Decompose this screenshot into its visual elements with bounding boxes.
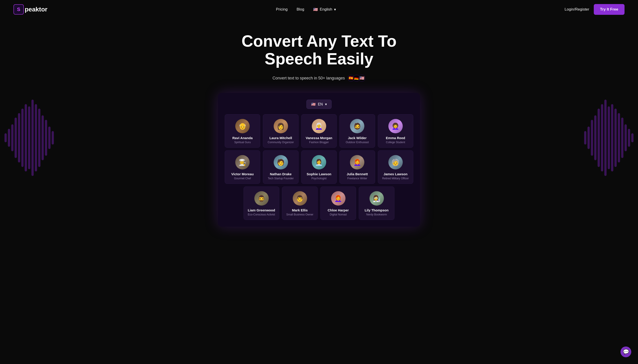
voice-role-nathan: Tech Startup Founder [266, 177, 296, 180]
voice-name-julia: Julia Bennett [342, 172, 372, 176]
logo-text: peaktor [25, 6, 47, 13]
voice-grid-row1: 👴 Ravi Ananda Spiritual Guru 👩 Laura Mit… [225, 114, 413, 148]
voice-avatar-liam: 🧔‍♂️ [254, 191, 269, 206]
voice-avatar-emma: 👩‍🦱 [388, 119, 403, 133]
voice-role-vanessa: Fashion Blogger [304, 141, 334, 144]
voice-avatar-mark: 👨 [293, 191, 307, 206]
voice-avatar-nathan: 🧑 [274, 155, 288, 170]
voice-avatar-vanessa: 👩‍🦳 [312, 119, 326, 133]
nav-blog[interactable]: Blog [296, 7, 304, 12]
voice-card-liam[interactable]: 🧔‍♂️ Liam Greenwood Eco-Conscious Activi… [244, 186, 279, 220]
language-label: English [320, 7, 332, 12]
voice-card-chloe[interactable]: 👩‍🦰 Chloe Harper Digital Nomad [320, 186, 356, 220]
voice-name-mark: Mark Ellis [285, 208, 315, 212]
voice-role-sophie: Psychologist [304, 177, 334, 180]
hero-headline: Convert Any Text To Speech Easily [218, 32, 420, 68]
voice-card-vanessa[interactable]: 👩‍🦳 Vanessa Morgan Fashion Blogger [301, 114, 337, 148]
voice-avatar-victor: 👨‍🍳 [235, 155, 250, 170]
voice-avatar-lily: 👩‍🔬 [370, 191, 384, 206]
voice-name-vanessa: Vanessa Morgan [304, 136, 334, 140]
voice-card-laura[interactable]: 👩 Laura Mitchell Community Organizer [263, 114, 298, 148]
lang-chevron-icon: ▾ [325, 102, 327, 106]
voice-role-jack: Outdoor Enthusiast [342, 141, 372, 144]
logo[interactable]: S peaktor [14, 4, 47, 14]
voice-card-lily[interactable]: 👩‍🔬 Lily Thompson Nerdy Bookworm [359, 186, 394, 220]
voice-role-emma: College Student [381, 141, 410, 144]
voice-avatar-laura: 👩 [274, 119, 288, 133]
chat-bubble[interactable]: 💬 [620, 346, 631, 357]
chat-icon: 💬 [623, 349, 629, 355]
voice-name-lily: Lily Thompson [362, 208, 392, 212]
nav-pricing[interactable]: Pricing [276, 7, 288, 12]
voice-role-liam: Eco-Conscious Activist [246, 213, 276, 216]
voice-role-mark: Small Business Owner [285, 213, 315, 216]
voice-role-james: Retired Military Officer [381, 177, 410, 180]
app-window: 🇺🇸 EN ▾ 👴 Ravi Ananda Spiritual Guru 👩 L… [218, 93, 420, 227]
voice-name-ravi: Ravi Ananda [228, 136, 257, 140]
voice-role-chloe: Digital Nomad [323, 213, 353, 216]
flags-stack: 🇪🇸 🇩🇪 🇺🇸 [348, 74, 366, 82]
voice-card-emma[interactable]: 👩‍🦱 Emma Reed College Student [378, 114, 413, 148]
voice-card-sophie[interactable]: 👩‍💼 Sophie Lawson Psychologist [301, 150, 337, 184]
hero-subtitle: Convert text to speech in 50+ languages … [4, 74, 634, 82]
nav-links: Pricing Blog 🇺🇸 English ▾ [276, 7, 336, 12]
lang-flag-icon: 🇺🇸 [311, 102, 316, 106]
login-register-link[interactable]: Login/Register [564, 7, 589, 12]
waveform-container: 🇺🇸 EN ▾ 👴 Ravi Ananda Spiritual Guru 👩 L… [4, 93, 634, 240]
lang-code: EN [318, 102, 323, 106]
voice-name-james: James Lawson [381, 172, 410, 176]
voice-role-laura: Community Organizer [266, 141, 296, 144]
voice-name-chloe: Chloe Harper [323, 208, 353, 212]
logo-icon: S [14, 4, 24, 14]
voice-card-mark[interactable]: 👨 Mark Ellis Small Business Owner [282, 186, 318, 220]
chevron-down-icon: ▾ [334, 7, 336, 12]
voice-card-victor[interactable]: 👨‍🍳 Victor Moreau Gourmet Chef [225, 150, 260, 184]
language-selector: 🇺🇸 EN ▾ [225, 100, 413, 109]
voice-card-julia[interactable]: 👩‍🦰 Julia Bennett Freelance Writer [340, 150, 375, 184]
flag-icon: 🇺🇸 [313, 7, 318, 12]
lang-dropdown[interactable]: 🇺🇸 EN ▾ [306, 100, 332, 109]
voice-card-nathan[interactable]: 🧑 Nathan Drake Tech Startup Founder [263, 150, 298, 184]
voice-role-julia: Freelance Writer [342, 177, 372, 180]
voice-name-jack: Jack Wilder [342, 136, 372, 140]
navbar: S peaktor Pricing Blog 🇺🇸 English ▾ Logi… [0, 0, 638, 19]
voice-avatar-chloe: 👩‍🦰 [331, 191, 346, 206]
nav-cta: Login/Register Try It Free [564, 4, 624, 15]
voice-role-ravi: Spiritual Guru [228, 141, 257, 144]
voice-card-james[interactable]: 🧓 James Lawson Retired Military Officer [378, 150, 413, 184]
voice-card-jack[interactable]: 🧔 Jack Wilder Outdoor Enthusiast [340, 114, 375, 148]
voice-role-victor: Gourmet Chef [228, 177, 257, 180]
voice-role-lily: Nerdy Bookworm [362, 213, 392, 216]
voice-name-sophie: Sophie Lawson [304, 172, 334, 176]
voice-name-laura: Laura Mitchell [266, 136, 296, 140]
voice-card-ravi[interactable]: 👴 Ravi Ananda Spiritual Guru [225, 114, 260, 148]
voice-avatar-jack: 🧔 [350, 119, 364, 133]
voice-name-liam: Liam Greenwood [246, 208, 276, 212]
voice-avatar-james: 🧓 [388, 155, 403, 170]
voice-name-emma: Emma Reed [381, 136, 410, 140]
subtitle-text: Convert text to speech in 50+ languages [272, 76, 345, 80]
hero-section: Convert Any Text To Speech Easily Conver… [0, 19, 638, 249]
voice-avatar-ravi: 👴 [235, 119, 250, 133]
voice-name-victor: Victor Moreau [228, 172, 257, 176]
try-free-button[interactable]: Try It Free [594, 4, 624, 15]
waveform-left [4, 93, 54, 183]
flag-us: 🇺🇸 [358, 74, 366, 82]
voice-name-nathan: Nathan Drake [266, 172, 296, 176]
voice-avatar-sophie: 👩‍💼 [312, 155, 326, 170]
voice-grid-row3: 🧔‍♂️ Liam Greenwood Eco-Conscious Activi… [244, 186, 394, 220]
voice-grid-row2: 👨‍🍳 Victor Moreau Gourmet Chef 🧑 Nathan … [225, 150, 413, 184]
waveform-right [584, 93, 634, 183]
nav-language[interactable]: 🇺🇸 English ▾ [313, 7, 336, 12]
voice-avatar-julia: 👩‍🦰 [350, 155, 364, 170]
